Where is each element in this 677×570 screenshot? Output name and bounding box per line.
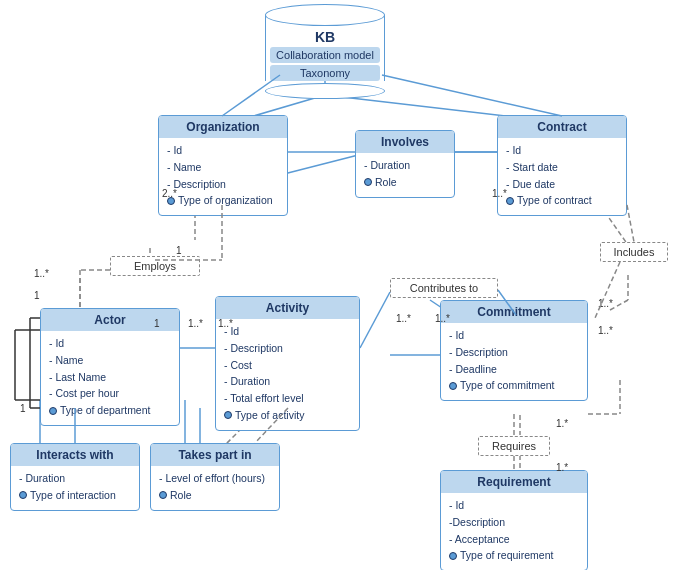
interacts-with-body: - Duration Type of interaction [11, 466, 139, 510]
activity-attr-cost: - Cost [224, 357, 351, 374]
mult-org-left: 2..* [162, 188, 177, 199]
activity-attr-duration: - Duration [224, 373, 351, 390]
org-attr-id: - Id [167, 142, 279, 159]
diagram: KB Collaboration model Taxonomy Organiza… [0, 0, 677, 570]
activity-header: Activity [216, 297, 359, 319]
takes-part-attr-level: - Level of effort (hours) [159, 470, 271, 487]
actor-attr-type: Type of department [49, 402, 171, 419]
contract-body: - Id - Start date - Due date Type of con… [498, 138, 626, 215]
requirement-type-dot [449, 552, 457, 560]
commitment-type-dot [449, 382, 457, 390]
requirement-attr-type: Type of requirement [449, 547, 579, 564]
commitment-body: - Id - Description - Deadline Type of co… [441, 323, 587, 400]
contributes-to-label: Contributes to [410, 282, 478, 294]
commitment-attr-id: - Id [449, 327, 579, 344]
actor-attr-name: - Name [49, 352, 171, 369]
involves-box: Involves - Duration Role [355, 130, 455, 198]
svg-line-31 [360, 292, 390, 348]
contract-box: Contract - Id - Start date - Due date Ty… [497, 115, 627, 216]
activity-attr-type: Type of activity [224, 407, 351, 424]
org-attr-desc: - Description [167, 176, 279, 193]
takes-part-in-header: Takes part in [151, 444, 279, 466]
contributes-to-box: Contributes to [390, 278, 498, 298]
commitment-attr-desc: - Description [449, 344, 579, 361]
activity-attr-id: - Id [224, 323, 351, 340]
mult-contract-right: 1..* [492, 188, 507, 199]
actor-attr-lastname: - Last Name [49, 369, 171, 386]
svg-line-33 [627, 205, 634, 242]
kb-label-taxonomy: Taxonomy [270, 65, 380, 81]
actor-attr-cost: - Cost per hour [49, 385, 171, 402]
actor-body: - Id - Name - Last Name - Cost per hour … [41, 331, 179, 425]
requirement-attr-acceptance: - Acceptance [449, 531, 579, 548]
takes-part-in-body: - Level of effort (hours) Role [151, 466, 279, 510]
commitment-box: Commitment - Id - Description - Deadline… [440, 300, 588, 401]
kb-cylinder-top [265, 4, 385, 26]
requirement-header: Requirement [441, 471, 587, 493]
kb-cylinder-bottom [265, 83, 385, 99]
svg-line-23 [382, 75, 562, 116]
contract-attr-start: - Start date [506, 159, 618, 176]
mult-self-ref: 1 [20, 403, 26, 414]
mult-actor-org: 1 [176, 245, 182, 256]
activity-attr-desc: - Description [224, 340, 351, 357]
takes-part-in-box: Takes part in - Level of effort (hours) … [150, 443, 280, 511]
commitment-attr-deadline: - Deadline [449, 361, 579, 378]
organization-box: Organization - Id - Name - Description T… [158, 115, 288, 216]
interacts-with-header: Interacts with [11, 444, 139, 466]
mult-activity-left: 1..* [188, 318, 203, 329]
involves-attr-role: Role [364, 174, 446, 191]
mult-includes-left: 1..* [598, 298, 613, 309]
contract-attr-id: - Id [506, 142, 618, 159]
org-attr-type: Type of organization [167, 192, 279, 209]
activity-box: Activity - Id - Description - Cost - Dur… [215, 296, 360, 431]
requires-box: Requires [478, 436, 550, 456]
interacts-attr-duration: - Duration [19, 470, 131, 487]
kb-label-collaboration: Collaboration model [270, 47, 380, 63]
interacts-with-box: Interacts with - Duration Type of intera… [10, 443, 140, 511]
activity-type-dot [224, 411, 232, 419]
organization-body: - Id - Name - Description Type of organi… [159, 138, 287, 215]
activity-body: - Id - Description - Cost - Duration - T… [216, 319, 359, 430]
svg-line-34 [595, 262, 620, 318]
mult-activity-commitment-right: 1..* [435, 313, 450, 324]
interacts-type-dot [19, 491, 27, 499]
mult-actor-one: 1 [34, 290, 40, 301]
involves-role-dot [364, 178, 372, 186]
contract-type-dot [506, 197, 514, 205]
mult-includes-right: 1..* [598, 325, 613, 336]
kb-cylinder: KB Collaboration model Taxonomy [265, 4, 385, 99]
mult-activity-right: 1..* [218, 318, 233, 329]
requirement-attr-id: - Id [449, 497, 579, 514]
organization-header: Organization [159, 116, 287, 138]
mult-commitment-req-left: 1.* [556, 418, 568, 429]
requirement-attr-desc: -Description [449, 514, 579, 531]
requirement-body: - Id -Description - Acceptance Type of r… [441, 493, 587, 570]
mult-commitment-req-right: 1.* [556, 462, 568, 473]
commitment-attr-type: Type of commitment [449, 377, 579, 394]
mult-activity-commitment-left: 1..* [396, 313, 411, 324]
employs-box: Employs [110, 256, 200, 276]
actor-type-dot [49, 407, 57, 415]
actor-attr-id: - Id [49, 335, 171, 352]
takes-part-attr-role: Role [159, 487, 271, 504]
contract-attr-type: Type of contract [506, 192, 618, 209]
commitment-header: Commitment [441, 301, 587, 323]
contract-header: Contract [498, 116, 626, 138]
requires-label: Requires [492, 440, 536, 452]
employs-label: Employs [134, 260, 176, 272]
includes-label: Includes [614, 246, 655, 258]
activity-attr-effort: - Total effort level [224, 390, 351, 407]
mult-actor-bottom: 1 [154, 318, 160, 329]
involves-attr-duration: - Duration [364, 157, 446, 174]
mult-employs-star: 1..* [34, 268, 49, 279]
org-attr-name: - Name [167, 159, 279, 176]
involves-body: - Duration Role [356, 153, 454, 197]
contract-attr-due: - Due date [506, 176, 618, 193]
kb-title: KB [266, 29, 384, 45]
requirement-box: Requirement - Id -Description - Acceptan… [440, 470, 588, 570]
involves-header: Involves [356, 131, 454, 153]
includes-box: Includes [600, 242, 668, 262]
interacts-attr-type: Type of interaction [19, 487, 131, 504]
takes-part-role-dot [159, 491, 167, 499]
